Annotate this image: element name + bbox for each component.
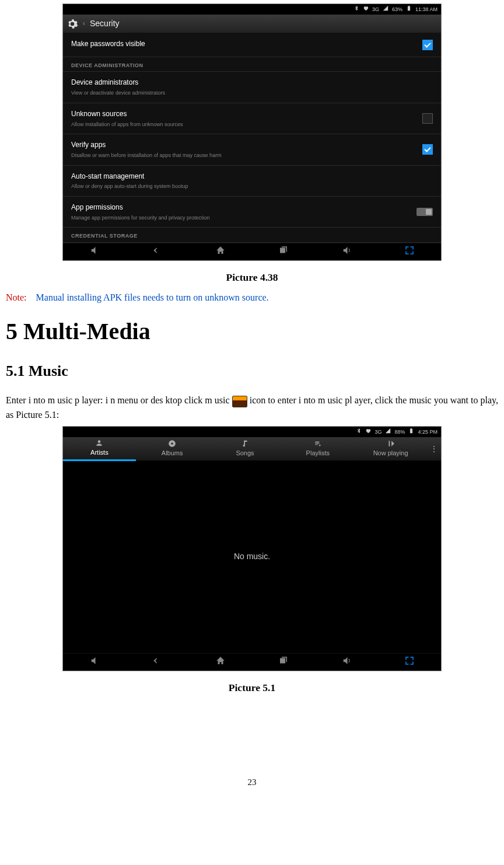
battery-icon (408, 428, 414, 436)
nav-bar (63, 653, 441, 671)
row-label: Verify apps (71, 140, 222, 150)
row-verify-apps[interactable]: Verify apps Disallow or warn before inst… (63, 134, 441, 165)
note-line: Note: Manual installing APK files needs … (6, 291, 498, 304)
tab-albums[interactable]: Albums (136, 437, 209, 460)
row-unknown-sources[interactable]: Unknown sources Allow installation of ap… (63, 103, 441, 134)
heart-icon (363, 5, 369, 13)
tab-now-playing[interactable]: Now playing (354, 437, 427, 460)
row-label: Unknown sources (71, 109, 183, 119)
list-icon (314, 440, 322, 448)
status-bar: 3G 88% 4:25 PM (63, 427, 441, 437)
para-text-a: Enter i nto m usic p layer: i n menu or … (6, 395, 232, 405)
page-number: 23 (6, 776, 498, 789)
volume-up-icon[interactable] (335, 653, 358, 671)
music-app-icon (232, 396, 247, 407)
home-icon[interactable] (209, 653, 232, 671)
tab-label: Artists (90, 448, 108, 457)
row-label: App permissions (71, 203, 210, 212)
clock: 11:38 AM (415, 6, 438, 13)
toggle-switch[interactable] (416, 208, 433, 216)
tab-label: Playlists (306, 449, 330, 458)
battery-percent: 88% (394, 428, 405, 436)
screenshot-music: 3G 88% 4:25 PM Artists Albums Songs (62, 426, 442, 671)
battery-percent: 63% (392, 6, 402, 13)
row-subtitle: Allow or deny app auto-start during syst… (71, 183, 188, 190)
row-subtitle: View or deactivate device administrators (71, 89, 165, 97)
settings-list: Make passwords visible DEVICE ADMINISTRA… (63, 33, 441, 243)
row-label: Auto-start management (71, 172, 188, 182)
nav-bar (63, 243, 441, 260)
signal-icon (383, 5, 388, 13)
row-subtitle: Manage app permissions for security and … (71, 214, 210, 222)
volume-down-icon[interactable] (83, 653, 106, 671)
tab-playlists[interactable]: Playlists (281, 437, 354, 460)
tab-label: Albums (162, 449, 183, 458)
network-type: 3G (374, 428, 382, 436)
person-icon (95, 439, 103, 447)
heart-icon (365, 428, 371, 436)
row-app-permissions[interactable]: App permissions Manage app permissions f… (63, 197, 441, 228)
paragraph-music-intro: Enter i nto m usic p layer: i n menu or … (6, 393, 498, 423)
recents-icon[interactable] (272, 243, 295, 260)
checkbox-on-icon[interactable] (422, 40, 433, 50)
back-icon[interactable] (146, 243, 169, 260)
bluetooth-icon (356, 428, 362, 436)
checkbox-off-icon[interactable] (422, 113, 433, 124)
title-bar: ‹ Security (63, 15, 441, 33)
heading-chapter-5: 5 Multi-Media (6, 315, 498, 348)
network-type: 3G (372, 6, 379, 13)
tab-label: Now playing (373, 449, 408, 458)
overflow-menu-icon[interactable]: ⋮ (427, 445, 441, 452)
row-auto-start[interactable]: Auto-start management Allow or deny app … (63, 166, 441, 197)
screenshot-icon[interactable] (398, 653, 421, 671)
caption-4-38: Picture 4.38 (6, 270, 498, 285)
signal-icon (385, 428, 391, 436)
tab-artists[interactable]: Artists (63, 437, 136, 461)
tab-songs[interactable]: Songs (209, 437, 282, 460)
bluetooth-icon (354, 5, 359, 13)
home-icon[interactable] (209, 243, 232, 260)
caption-5-1: Picture 5.1 (6, 681, 498, 695)
music-empty-body: No music. (63, 461, 441, 653)
page-title: Security (90, 18, 120, 30)
section-device-admin: DEVICE ADMINISTRATION (63, 57, 441, 72)
row-label: Make passwords visible (71, 39, 145, 49)
screenshot-security: 3G 63% 11:38 AM ‹ Security Make password… (62, 4, 442, 261)
no-music-text: No music. (234, 551, 270, 563)
recents-icon[interactable] (272, 653, 295, 671)
battery-icon (406, 5, 412, 13)
music-tabs: Artists Albums Songs Playlists Now playi… (63, 437, 441, 461)
back-icon[interactable] (146, 653, 169, 671)
row-label: Device administrators (71, 78, 165, 88)
row-subtitle: Disallow or warn before installation of … (71, 152, 222, 159)
gear-icon[interactable] (66, 18, 78, 30)
checkbox-on-icon[interactable] (422, 144, 433, 155)
note-label: Note: (6, 292, 27, 302)
row-device-administrators[interactable]: Device administrators View or deactivate… (63, 72, 441, 103)
volume-down-icon[interactable] (83, 243, 106, 260)
status-bar: 3G 63% 11:38 AM (63, 4, 441, 15)
note-body: Manual installing APK files needs to tur… (36, 292, 269, 302)
note-icon (241, 440, 249, 448)
section-credential-storage: CREDENTIAL STORAGE (63, 228, 441, 243)
heading-section-5-1: 5.1 Music (6, 361, 498, 382)
row-make-passwords-visible[interactable]: Make passwords visible (63, 33, 441, 57)
chevron-left-icon[interactable]: ‹ (83, 19, 85, 29)
screenshot-icon[interactable] (398, 243, 421, 260)
disc-icon (168, 440, 176, 448)
row-subtitle: Allow installation of apps from unknown … (71, 121, 183, 128)
play-icon (387, 440, 395, 448)
clock: 4:25 PM (418, 428, 438, 436)
volume-up-icon[interactable] (335, 243, 358, 260)
tab-label: Songs (236, 449, 254, 458)
